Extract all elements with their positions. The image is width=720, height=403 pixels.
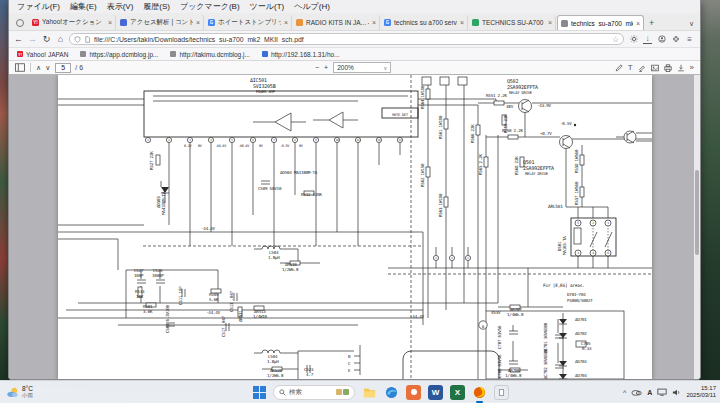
reload-button[interactable]: ↻ [41,34,52,44]
tab-0[interactable]: Y!Yahoo!オークション× [29,15,116,30]
page-number-input[interactable] [55,63,71,73]
site-icon [170,51,176,57]
pdf-gutter-right [652,75,694,379]
new-tab-button[interactable]: + [645,18,658,28]
close-icon[interactable]: × [284,19,288,26]
search-box[interactable]: 検索 [273,385,355,400]
onedrive-icon[interactable] [631,388,642,396]
list-tabs-button[interactable]: ∨ [685,20,698,28]
svg-text:-44.4V: -44.4V [206,310,221,315]
svg-text:RELAY DRIVE: RELAY DRIVE [525,171,549,176]
close-icon[interactable]: × [108,19,112,26]
zoom-in-button[interactable]: + [324,64,328,71]
ime-indicator[interactable]: A [647,389,652,396]
svg-text:P3000/5002T: P3000/5002T [567,298,593,303]
tab-6[interactable]: technics_su-a700_mk2_MKII_sch.pdf× [557,15,644,30]
search-label: 検索 [289,388,302,397]
bookmark-item-3[interactable]: http://192.168.1.31/ho... [262,51,340,58]
forward-button[interactable]: → [27,34,38,44]
draw-icon[interactable] [615,64,623,72]
network-icon[interactable] [657,388,667,396]
svg-text:R561 1W180: R561 1W180 [438,115,443,139]
url-bar[interactable]: file:///C:/Users/takin/Downloads/technic… [69,33,624,45]
svg-text:ΔD704: ΔD704 [575,373,587,378]
site-icon [80,51,86,57]
svg-text:ΔD703: ΔD703 [575,359,587,364]
print-icon[interactable] [664,64,672,72]
svg-text:ΔD701: ΔD701 [575,317,587,322]
sidebar-toggle-icon[interactable] [15,63,25,72]
menu-item-3[interactable]: 履歴(S) [139,1,174,12]
page-down-button[interactable]: ∨ [45,64,50,72]
excel-icon[interactable]: X [450,385,465,400]
menu-item-4[interactable]: ブックマーク(B) [176,1,244,12]
clock[interactable]: 15:17 2025/03/11 [686,385,716,399]
svg-text:1000P: 1000P [152,273,164,278]
menu-item-0[interactable]: ファイル(F) [13,1,64,12]
tab-5[interactable]: TECHNICS SU-A700 MK2 MKII ...× [469,15,556,30]
notepad-icon[interactable] [494,385,509,400]
home-button[interactable]: ⌂ [55,34,66,44]
firefox-view-icon[interactable] [13,16,27,29]
shield-icon [74,36,81,43]
word-icon[interactable]: W [428,385,443,400]
vertical-scrollbar[interactable] [694,75,700,379]
close-icon[interactable]: × [372,19,376,26]
bookmark-item-1[interactable]: https://app.dcmblog.jp... [80,51,158,58]
menu-item-1[interactable]: 編集(E) [66,1,101,12]
tab-1[interactable]: アクセス解析 | コントロールパネル |× [117,15,204,30]
pdf-icon [561,20,568,27]
close-icon[interactable]: × [460,19,464,26]
svg-text:D701~704: D701~704 [567,292,586,297]
volume-icon[interactable] [672,388,681,397]
highlight-icon[interactable] [638,64,646,72]
extensions-icon[interactable] [671,35,680,44]
svg-text:-44.4V: -44.4V [201,226,216,231]
nav-right-icons: ↓ ≡ [627,35,696,44]
svg-text:R558 1W560: R558 1W560 [574,149,579,173]
svg-text:0.33: 0.33 [582,346,592,351]
tray-chevron-icon[interactable]: ^ [623,389,626,396]
svg-text:MA4180M-TA: MA4180M-TA [161,191,166,215]
more-tools-button[interactable]: » [690,63,694,72]
svg-text:R550 2.2K: R550 2.2K [502,128,524,133]
tab-title: technics su a700 service manu... [394,19,457,26]
file-explorer-icon[interactable] [362,385,377,400]
svg-text:R565 2.2K: R565 2.2K [478,153,483,175]
bookmark-item-2[interactable]: http://takimu.dcmblog.j... [170,51,249,58]
menu-item-5[interactable]: ツール(T) [246,1,289,12]
svg-text:B: B [482,325,484,329]
svg-text:4.7: 4.7 [306,372,314,377]
page-up-button[interactable]: ∧ [36,64,41,72]
start-button[interactable] [252,385,266,399]
menu-item-6[interactable]: ヘルプ(H) [290,1,334,12]
pdf-toolbar: ∧ ∨ / 6 − + 200% ∨ T » [9,60,700,75]
edge-icon[interactable] [384,385,399,400]
menu-item-2[interactable]: 表示(V) [103,1,138,12]
tab-4[interactable]: Gtechnics su a700 service manu...× [381,15,468,30]
svg-text:C517 .047: C517 .047 [221,315,226,337]
close-icon[interactable]: × [636,20,640,27]
close-icon[interactable]: × [548,19,552,26]
image-icon[interactable] [651,64,659,72]
menu-icon[interactable]: ≡ [685,35,694,44]
account-icon[interactable] [657,35,666,44]
firefox-icon[interactable] [472,385,487,400]
download-icon[interactable] [677,64,685,72]
gear-icon[interactable] [629,35,638,44]
bookmark-item-0[interactable]: Y!Yahoo! JAPAN [17,51,68,58]
zoom-select[interactable]: 200% ∨ [333,62,391,73]
downloads-icon[interactable]: ↓ [643,35,652,44]
back-button[interactable]: ← [13,34,24,44]
bookmark-star-icon[interactable]: ☆ [612,35,619,44]
scrollbar-thumb[interactable] [695,170,699,255]
photos-icon[interactable] [406,385,421,400]
svg-text:MA165-TA: MA165-TA [562,236,567,255]
tab-3[interactable]: RADIO KITS IN JA... - CLASS AA× [293,15,380,30]
tab-2[interactable]: Gホイートストンブリッジ 回路 technic× [205,15,292,30]
search-highlight-icon [336,389,349,395]
weather-widget[interactable]: 8°C 小雨 [6,385,33,399]
zoom-out-button[interactable]: − [315,64,319,71]
text-annotation-icon[interactable]: T [628,63,633,72]
close-icon[interactable]: × [196,19,200,26]
